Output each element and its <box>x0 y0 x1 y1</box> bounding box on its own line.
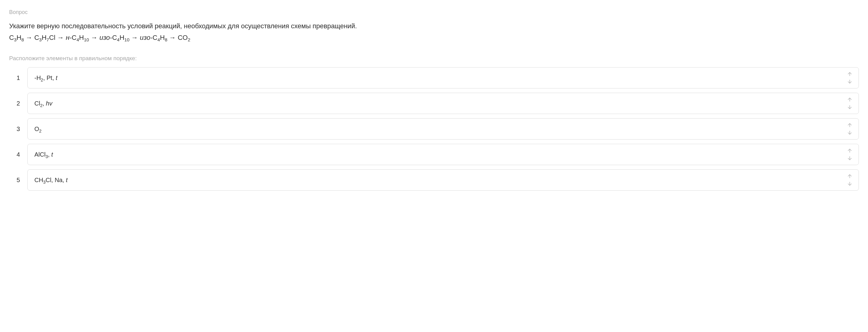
item-number: 3 <box>9 118 27 139</box>
list-item[interactable]: 5CH3Cl, Na, t <box>9 169 859 191</box>
question-label: Вопрос <box>9 9 859 15</box>
question-text: Укажите верную последовательность услови… <box>9 21 859 31</box>
arrow-up-icon[interactable] <box>846 122 853 128</box>
item-content: -H2, Pt, t <box>34 74 841 81</box>
item-box[interactable]: O2 <box>27 118 859 139</box>
reaction-scheme: C3H8 → C3H7Cl → н-C4H10 → изо-C4H10 → из… <box>9 32 859 43</box>
reorder-arrows <box>841 120 859 138</box>
item-box[interactable]: AlCl3, t <box>27 144 859 165</box>
arrow-up-icon[interactable] <box>846 71 853 77</box>
arrange-label: Расположите элементы в правильном порядк… <box>9 55 859 62</box>
arrow-down-icon[interactable] <box>846 180 853 187</box>
arrow-up-icon[interactable] <box>846 97 853 103</box>
arrow-down-icon[interactable] <box>846 130 853 136</box>
arrow-up-icon[interactable] <box>846 173 853 179</box>
list-item[interactable]: 4AlCl3, t <box>9 144 859 165</box>
item-number: 1 <box>9 67 27 89</box>
arrow-down-icon[interactable] <box>846 104 853 110</box>
sortable-list: 1-H2, Pt, t2Cl2, hv3O24AlCl3, t5CH3Cl, N… <box>9 67 859 191</box>
reorder-arrows <box>841 94 859 112</box>
arrow-down-icon[interactable] <box>846 155 853 161</box>
item-box[interactable]: Cl2, hv <box>27 93 859 114</box>
item-box[interactable]: CH3Cl, Na, t <box>27 169 859 191</box>
item-content: AlCl3, t <box>34 151 841 158</box>
item-content: Cl2, hv <box>34 100 841 107</box>
item-content: CH3Cl, Na, t <box>34 177 841 184</box>
reorder-arrows <box>841 145 859 164</box>
item-content: O2 <box>34 126 841 133</box>
list-item[interactable]: 3O2 <box>9 118 859 139</box>
reorder-arrows <box>841 69 859 87</box>
item-box[interactable]: -H2, Pt, t <box>27 67 859 89</box>
item-number: 5 <box>9 169 27 191</box>
arrow-up-icon[interactable] <box>846 148 853 154</box>
arrow-down-icon[interactable] <box>846 78 853 85</box>
reorder-arrows <box>841 171 859 189</box>
list-item[interactable]: 2Cl2, hv <box>9 93 859 114</box>
item-number: 4 <box>9 144 27 165</box>
list-item[interactable]: 1-H2, Pt, t <box>9 67 859 89</box>
item-number: 2 <box>9 93 27 114</box>
